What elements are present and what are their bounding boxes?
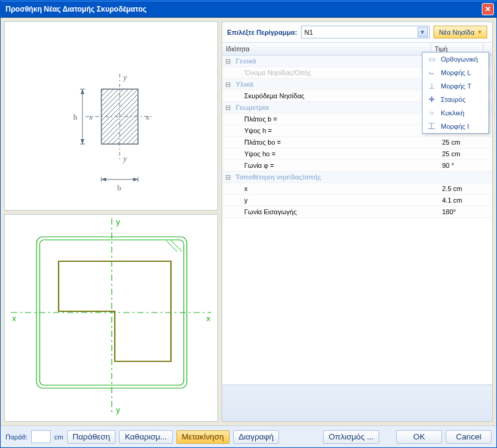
i-shape-icon: 工 bbox=[427, 122, 436, 131]
grid-property-row[interactable]: Γωνία Εισαγωγής180° bbox=[222, 206, 492, 218]
dialog-body: y y x x h bbox=[1, 18, 496, 425]
property-name: Γωνία φ = bbox=[233, 162, 440, 169]
property-value[interactable]: 25 cm bbox=[440, 139, 492, 146]
l-shape-icon: ⌙ bbox=[427, 68, 436, 77]
grid-property-row[interactable]: Πλάτος bo =25 cm bbox=[222, 137, 492, 148]
svg-marker-6 bbox=[101, 178, 106, 181]
dropdown-item-label: Κυκλική bbox=[441, 109, 464, 117]
grid-property-row[interactable]: y4.1 cm bbox=[222, 195, 492, 206]
svg-line-9 bbox=[171, 240, 182, 251]
ok-button[interactable]: OK bbox=[396, 430, 442, 444]
property-value[interactable]: 90 ° bbox=[440, 162, 492, 169]
dialog-window: Προσθήκη Νέας Διατομής Σκυροδέματος ✕ bbox=[0, 0, 497, 448]
property-value[interactable]: 25 cm bbox=[440, 150, 492, 157]
left-column: y y x x h bbox=[4, 21, 218, 422]
axis-x-label-left: x bbox=[89, 112, 93, 121]
outline-selector-label: Επιλέξτε Περίγραμμα: bbox=[227, 29, 297, 36]
dropdown-item-label: Ορθογωνική bbox=[441, 56, 478, 63]
property-name: 'Ονομα Νησίδας/Οπής bbox=[233, 69, 440, 76]
property-name: Τοποθέτηση νησίδας/οπής bbox=[233, 173, 440, 181]
plan-view-panel[interactable]: x x y y bbox=[4, 214, 218, 422]
offset-button[interactable]: Παράθεση bbox=[67, 430, 116, 444]
axis-x-label-right: x bbox=[145, 112, 150, 121]
section-schematic-panel: y y x x h bbox=[4, 21, 218, 211]
grid-property-row[interactable]: x2.5 cm bbox=[222, 183, 492, 195]
expand-toggle[interactable]: ⊟ bbox=[222, 173, 233, 181]
property-name: Πλάτος bo = bbox=[233, 139, 440, 146]
property-name: Γωνία Εισαγωγής bbox=[233, 208, 440, 215]
offset-label: Παράθ: bbox=[5, 433, 27, 441]
property-name: Υλικά bbox=[233, 81, 440, 88]
property-name: Γενικά bbox=[233, 57, 440, 65]
move-button[interactable]: Μετακίνηση bbox=[176, 430, 230, 444]
rect-icon: ▭ bbox=[427, 55, 436, 63]
chevron-down-icon: ▾ bbox=[418, 27, 428, 37]
window-title: Προσθήκη Νέας Διατομής Σκυροδέματος bbox=[5, 5, 482, 13]
dropdown-item[interactable]: ✚Σταυρός bbox=[423, 93, 488, 106]
rebar-button[interactable]: Οπλισμός ... bbox=[323, 430, 379, 444]
property-name: Πλάτος b = bbox=[233, 115, 440, 123]
plan-axis-y-label-top: y bbox=[116, 217, 120, 226]
plan-view-svg: x x y y bbox=[5, 215, 217, 416]
close-button[interactable]: ✕ bbox=[482, 3, 494, 15]
cancel-button[interactable]: Cancel bbox=[446, 430, 492, 444]
expand-toggle[interactable]: ⊟ bbox=[222, 81, 233, 89]
grid-property-row[interactable]: Γωνία φ =90 ° bbox=[222, 160, 492, 172]
cross-icon: ✚ bbox=[427, 95, 436, 104]
schematic-svg: y y x x h bbox=[5, 22, 217, 210]
t-shape-icon: ⊥ bbox=[427, 82, 436, 90]
offset-unit: cm bbox=[54, 433, 63, 441]
clear-button[interactable]: Καθαρισμ... bbox=[119, 430, 172, 444]
expand-toggle[interactable]: ⊟ bbox=[222, 104, 233, 112]
new-island-label: Νέα Νησίδα bbox=[439, 29, 474, 36]
inner-l-shape bbox=[59, 261, 171, 361]
svg-marker-7 bbox=[133, 178, 138, 181]
axis-y-label-bottom: y bbox=[122, 154, 127, 163]
property-value[interactable]: 4.1 cm bbox=[440, 197, 492, 204]
chevron-down-icon: ▾ bbox=[478, 28, 482, 36]
grid-category-row[interactable]: ⊟Τοποθέτηση νησίδας/οπής bbox=[222, 172, 492, 183]
outline-combo[interactable]: N1 ▾ bbox=[301, 26, 430, 38]
dropdown-item[interactable]: ▭Ορθογωνική bbox=[423, 52, 488, 66]
property-name: x bbox=[233, 185, 440, 192]
dim-b-label: b bbox=[117, 183, 122, 192]
dropdown-item[interactable]: ⌙Μορφής L bbox=[423, 66, 488, 79]
svg-line-8 bbox=[166, 240, 177, 251]
property-name: Γεωμετρία bbox=[233, 104, 440, 111]
property-name: Υψος h = bbox=[233, 127, 440, 134]
new-island-button[interactable]: Νέα Νησίδα ▾ bbox=[434, 26, 487, 38]
expand-toggle[interactable]: ⊟ bbox=[222, 57, 233, 65]
close-icon: ✕ bbox=[485, 5, 491, 13]
dim-h-label: h bbox=[73, 112, 78, 121]
dropdown-item[interactable]: ⊥Μορφής T bbox=[423, 79, 488, 93]
grid-header-property: Ιδιότητα bbox=[222, 43, 431, 55]
property-value[interactable]: 2.5 cm bbox=[440, 185, 492, 192]
new-island-dropdown: ▭Ορθογωνική⌙Μορφής L⊥Μορφής T✚Σταυρός○Κυ… bbox=[422, 52, 489, 134]
outline-combo-value: N1 bbox=[305, 29, 418, 36]
plan-axis-y-label-bottom: y bbox=[116, 405, 120, 414]
grid-property-row[interactable]: Υψος ho =25 cm bbox=[222, 148, 492, 160]
dropdown-item-label: Μορφής I bbox=[441, 123, 469, 130]
delete-button[interactable]: Διαγραφή bbox=[233, 430, 280, 444]
grid-description-bar bbox=[222, 385, 492, 421]
property-value[interactable]: 180° bbox=[440, 208, 492, 215]
property-name: Υψος ho = bbox=[233, 150, 440, 157]
plan-axis-x-label-left: x bbox=[12, 314, 16, 323]
dropdown-item-label: Μορφής T bbox=[441, 82, 471, 90]
axis-y-label-top: y bbox=[122, 73, 127, 82]
svg-marker-2 bbox=[81, 89, 84, 94]
property-name: Σκυρόδεμα Νησίδας bbox=[233, 92, 440, 99]
circle-icon: ○ bbox=[427, 109, 436, 117]
dropdown-item-label: Μορφής L bbox=[441, 69, 471, 76]
outline-selector-row: Επιλέξτε Περίγραμμα: N1 ▾ Νέα Νησίδα ▾ bbox=[222, 22, 492, 42]
footer-bar: Παράθ: cm Παράθεση Καθαρισμ... Μετακίνησ… bbox=[1, 425, 496, 447]
dropdown-item[interactable]: 工Μορφής I bbox=[423, 120, 488, 133]
dropdown-item-label: Σταυρός bbox=[441, 96, 466, 103]
grid-filler bbox=[222, 218, 492, 385]
titlebar: Προσθήκη Νέας Διατομής Σκυροδέματος ✕ bbox=[1, 1, 496, 18]
property-name: y bbox=[233, 197, 440, 204]
offset-input[interactable] bbox=[31, 430, 51, 443]
svg-marker-3 bbox=[81, 139, 84, 144]
dropdown-item[interactable]: ○Κυκλική bbox=[423, 106, 488, 120]
plan-axis-x-label-right: x bbox=[206, 314, 211, 323]
